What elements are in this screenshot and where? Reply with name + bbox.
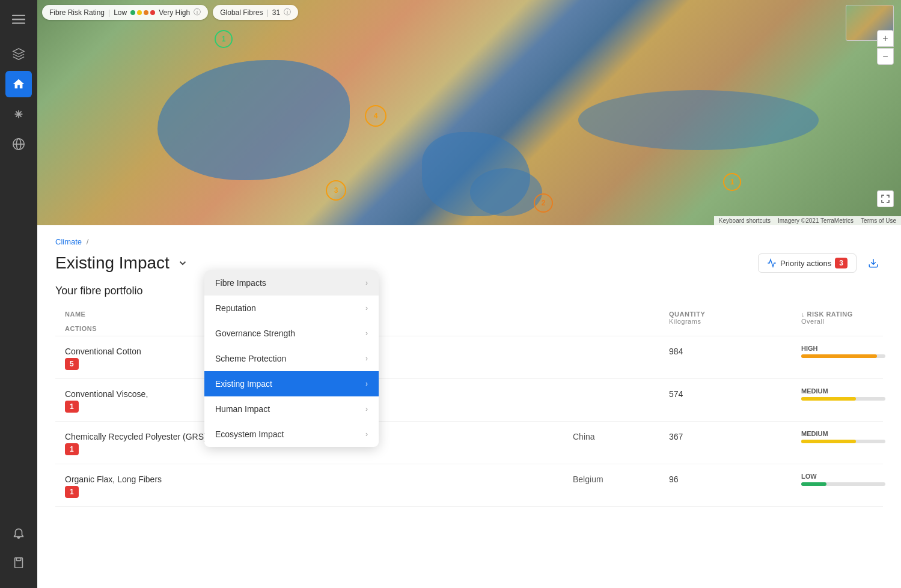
dot-very-high [150, 10, 155, 15]
fibre-risk-label: Fibre Risk Rating [49, 8, 105, 17]
row-origin-3: China [573, 432, 669, 441]
download-button[interactable] [864, 253, 883, 273]
breadcrumb-parent[interactable]: Climate [55, 237, 82, 246]
map-expand-button[interactable] [877, 190, 894, 207]
global-fibres-badge[interactable]: Global Fibres | 31 ⓘ [213, 5, 298, 20]
risk-label-3: MEDIUM [801, 430, 873, 437]
global-fibres-count: 31 [272, 8, 280, 17]
page-header: Existing Impact Priority actions 3 [55, 253, 883, 273]
action-badge-4[interactable]: 1 [65, 486, 79, 498]
row-qty-2: 574 [669, 389, 801, 399]
zoom-out-button[interactable]: − [877, 48, 894, 65]
map-controls: + − [877, 30, 894, 65]
global-fibres-info-icon[interactable]: ⓘ [284, 7, 291, 17]
chevron-right-icon-0: › [365, 279, 368, 287]
cluster-marker-5[interactable]: 1 [723, 173, 741, 191]
dropdown-item-ecosystem-impact[interactable]: Ecosystem Impact › [204, 422, 379, 447]
zoom-in-button[interactable]: + [877, 30, 894, 47]
global-fibres-separator: | [267, 8, 269, 17]
sidebar-item-home[interactable] [5, 71, 32, 97]
sidebar-item-save[interactable] [5, 550, 32, 576]
sidebar [0, 0, 37, 588]
dropdown-item-scheme[interactable]: Scheme Protection › [204, 346, 379, 371]
row-qty-3: 367 [669, 432, 801, 441]
chevron-right-icon-1: › [365, 304, 368, 312]
row-risk-4: LOW [801, 473, 873, 486]
dropdown-item-governance[interactable]: Governance Strength › [204, 321, 379, 346]
dropdown-label-fibre-impacts: Fibre Impacts [215, 278, 266, 288]
dropdown-label-governance: Governance Strength [215, 329, 295, 338]
cluster-marker-3[interactable]: 3 [326, 180, 346, 201]
table-row[interactable]: Conventional Viscose, 574 MEDIUM 1 [55, 379, 883, 422]
col-quantity: QUANTITYKilograms [669, 311, 801, 325]
chevron-right-icon-6: › [365, 430, 368, 438]
risk-label-4: LOW [801, 473, 873, 480]
cluster-marker-2[interactable]: 4 [365, 105, 386, 127]
action-badge-1[interactable]: 5 [65, 358, 79, 370]
row-name-4: Organic Flax, Long Fibers [65, 474, 233, 484]
terms-of-use[interactable]: Terms of Use [861, 217, 896, 224]
dropdown-item-fibre-impacts[interactable]: Fibre Impacts › [204, 270, 379, 296]
dropdown-item-human-impact[interactable]: Human Impact › [204, 396, 379, 422]
chevron-right-icon-4: › [365, 380, 368, 388]
dropdown-item-reputation[interactable]: Reputation › [204, 296, 379, 321]
risk-bar-track-2 [801, 397, 885, 401]
header-actions: Priority actions 3 [758, 253, 883, 273]
dropdown-label-ecosystem-impact: Ecosystem Impact [215, 429, 284, 439]
table-row[interactable]: Chemically Recycled Polyester (GRS) Chin… [55, 422, 883, 464]
sidebar-item-tools[interactable] [5, 101, 32, 127]
keyboard-shortcuts[interactable]: Keyboard shortcuts [719, 217, 771, 224]
cluster-marker-1[interactable]: 1 [215, 30, 233, 48]
row-actions-4: 1 [65, 486, 233, 498]
title-dropdown-button[interactable] [174, 255, 191, 271]
action-badge-3[interactable]: 1 [65, 443, 79, 455]
row-origin-4: Belgium [573, 474, 669, 484]
risk-dots [130, 10, 155, 15]
map-footer: Keyboard shortcuts Imagery ©2021 TerraMe… [714, 216, 901, 225]
table-header: NAME QUANTITYKilograms ↓ RISK RATING Ove… [55, 307, 883, 336]
dropdown-item-existing-impact[interactable]: Existing Impact › [204, 371, 379, 396]
risk-bar-fill-4 [801, 482, 826, 486]
col-qty-sub: Kilograms [669, 318, 701, 325]
row-qty-1: 984 [669, 347, 801, 356]
map-background: Fibre Risk Rating | Low Very High ⓘ Glob… [37, 0, 901, 225]
sidebar-menu-button[interactable] [5, 6, 32, 32]
sidebar-item-globe[interactable] [5, 131, 32, 157]
priority-count: 3 [835, 258, 848, 268]
cluster-marker-4[interactable]: 2 [534, 193, 553, 213]
row-risk-1: HIGH [801, 345, 873, 358]
fibre-risk-badge[interactable]: Fibre Risk Rating | Low Very High ⓘ [42, 5, 208, 20]
col-n [573, 311, 669, 325]
risk-bar-track-1 [801, 354, 885, 358]
col-risk-sub: Overall [801, 318, 824, 325]
risk-low-label: Low [114, 8, 127, 17]
risk-label-2: MEDIUM [801, 387, 873, 395]
svg-rect-2 [12, 23, 25, 24]
breadcrumb-separator: / [87, 237, 89, 246]
map-area: Fibre Risk Rating | Low Very High ⓘ Glob… [37, 0, 901, 225]
sidebar-item-layers[interactable] [5, 41, 32, 67]
portfolio-title: Your fibre portfolio [55, 285, 883, 297]
page-title: Existing Impact [55, 253, 170, 273]
svg-rect-0 [12, 15, 25, 16]
imagery-credit: Imagery ©2021 TerraMetrics [778, 217, 854, 224]
row-risk-2: MEDIUM [801, 387, 873, 401]
risk-info-icon[interactable]: ⓘ [194, 7, 201, 17]
dropdown-label-scheme: Scheme Protection [215, 354, 286, 363]
main-content: Climate / Existing Impact Priority actio… [37, 225, 901, 588]
risk-sort-arrow[interactable]: ↓ [801, 311, 805, 318]
row-risk-3: MEDIUM [801, 430, 873, 443]
dropdown-label-reputation: Reputation [215, 303, 256, 313]
global-fibres-label: Global Fibres [220, 8, 263, 17]
risk-bar-fill-2 [801, 397, 856, 401]
map-overlay-bar: Fibre Risk Rating | Low Very High ⓘ Glob… [42, 5, 298, 20]
risk-separator: | [108, 8, 110, 17]
table-row[interactable]: Organic Flax, Long Fibers Belgium 96 LOW… [55, 464, 883, 507]
table-row[interactable]: Conventional Cotton 984 HIGH 5 [55, 336, 883, 379]
priority-actions-button[interactable]: Priority actions 3 [758, 253, 857, 273]
sidebar-item-alert[interactable] [5, 520, 32, 546]
priority-label: Priority actions [780, 259, 831, 268]
dot-high [144, 10, 148, 15]
action-badge-2[interactable]: 1 [65, 401, 79, 413]
chevron-right-icon-2: › [365, 329, 368, 338]
